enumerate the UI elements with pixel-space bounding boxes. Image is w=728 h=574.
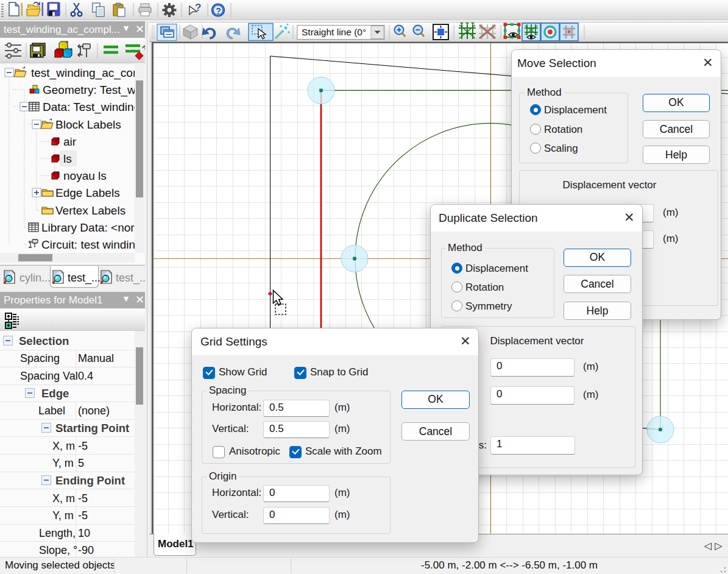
- svg-text:Circuit: test windin: Circuit: test windin: [41, 238, 135, 251]
- svg-text:Y, m: Y, m: [52, 509, 74, 522]
- svg-text:Starting Point: Starting Point: [55, 422, 129, 434]
- svg-text:Selection: Selection: [19, 335, 69, 347]
- svg-text:Spacing: Spacing: [20, 352, 60, 364]
- svg-text:-5: -5: [78, 492, 88, 505]
- svg-text:air: air: [63, 135, 77, 148]
- svg-text:Data: Test_winding: Data: Test_winding: [43, 101, 135, 114]
- svg-text:?: ?: [195, 2, 201, 13]
- svg-text:Vertex Labels: Vertex Labels: [55, 204, 125, 217]
- svg-text:test_winding_ac_com: test_winding_ac_com: [31, 66, 135, 80]
- svg-text:-5: -5: [78, 509, 88, 522]
- svg-text:Edge Labels: Edge Labels: [55, 186, 120, 199]
- svg-text:Length,: Length,: [39, 527, 76, 539]
- svg-text:noyau ls: noyau ls: [63, 169, 107, 182]
- svg-text:Edge: Edge: [41, 387, 69, 400]
- svg-text:0.4: 0.4: [78, 370, 93, 382]
- svg-text:?: ?: [216, 6, 221, 16]
- svg-text:Label: Label: [38, 405, 65, 417]
- svg-text:Straight line (0°: Straight line (0°: [302, 27, 366, 37]
- svg-text:X, m: X, m: [52, 440, 75, 452]
- svg-text:cylin...: cylin...: [19, 272, 51, 284]
- svg-text:ls: ls: [63, 152, 72, 165]
- svg-text:test_...: test_...: [116, 272, 145, 285]
- svg-text:Library Data: <nor: Library Data: <nor: [41, 221, 135, 234]
- svg-text:Y, m: Y, m: [52, 457, 74, 469]
- svg-text:Spacing Val: Spacing Val: [20, 370, 78, 382]
- svg-text:Ending Point: Ending Point: [55, 474, 125, 487]
- svg-text:-90: -90: [78, 544, 94, 556]
- svg-text:Block Labels: Block Labels: [55, 118, 121, 131]
- svg-text:10: 10: [78, 527, 90, 539]
- svg-text:Geometry: Test_wi: Geometry: Test_wi: [43, 83, 135, 97]
- svg-text:(none): (none): [78, 405, 110, 417]
- svg-text:Manual: Manual: [78, 352, 114, 364]
- svg-text:test_...: test_...: [68, 272, 101, 285]
- svg-text:Slope, °: Slope, °: [39, 544, 77, 556]
- svg-text:X, m: X, m: [52, 492, 75, 505]
- svg-text:5: 5: [78, 457, 84, 469]
- svg-text:-5: -5: [78, 440, 88, 452]
